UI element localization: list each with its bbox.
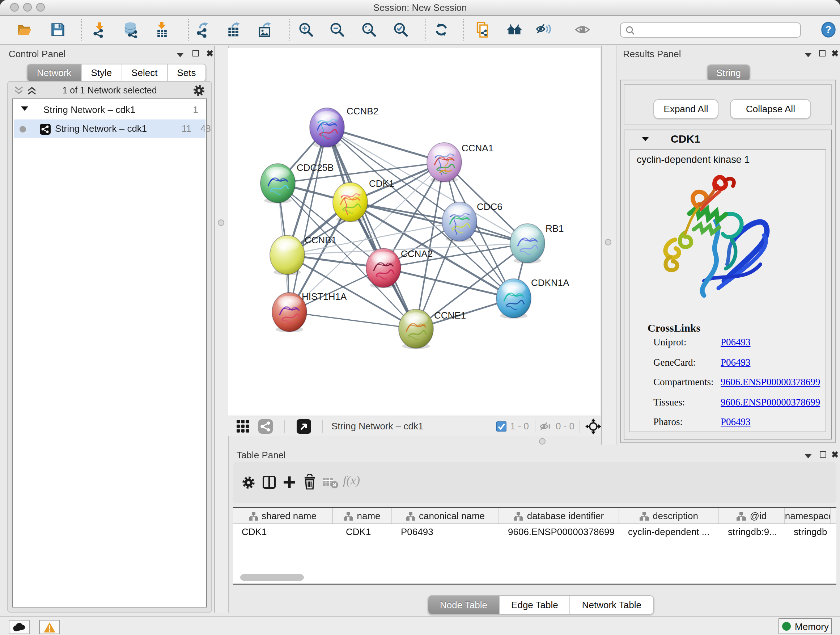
results-panel-tabs: String — [707, 65, 750, 81]
refresh-icon[interactable] — [433, 22, 449, 38]
control-panel-menu-icon[interactable] — [177, 53, 184, 57]
cloud-icon — [13, 622, 26, 632]
tab-network[interactable]: Network — [27, 65, 81, 81]
column-type-icon — [248, 511, 258, 520]
column-header-canonicalname[interactable]: canonical name — [392, 508, 499, 524]
save-session-icon[interactable] — [50, 22, 66, 38]
collapse-all-button[interactable]: Collapse All — [730, 99, 811, 119]
network-node-CCNE1[interactable]: CCNE1 — [399, 309, 466, 349]
network-type-icon[interactable] — [258, 419, 273, 434]
table-panel-float-icon[interactable] — [820, 451, 826, 458]
crosslink-label: Compartments: — [653, 377, 714, 387]
help-icon[interactable]: ? — [821, 22, 836, 38]
zoom-fit-icon[interactable] — [361, 22, 377, 38]
crosslink-label: GeneCard: — [653, 356, 696, 367]
table-panel: Table Panel ✖ f(x) shared namenamecanoni… — [228, 447, 840, 613]
clone-network-icon[interactable] — [475, 22, 491, 38]
network-node-CDC25B[interactable]: CDC25B — [261, 162, 334, 203]
results-panel-close-icon[interactable]: ✖ — [831, 50, 838, 57]
hidden-eye-icon[interactable] — [540, 421, 553, 432]
crosslink-value-link[interactable]: P06493 — [721, 416, 751, 428]
tab-style[interactable]: Style — [81, 65, 121, 81]
column-header-databaseidentifier[interactable]: database identifier — [499, 508, 619, 524]
results-panel-float-icon[interactable] — [819, 50, 826, 57]
crosslink-value-link[interactable]: P06493 — [721, 337, 751, 348]
table-row[interactable]: CDK1CDK1P064939606.ENSP00000378699cyclin… — [233, 524, 836, 540]
tab-network-table[interactable]: Network Table — [570, 596, 653, 614]
network-node-HIST1H1A[interactable]: HIST1H1A — [272, 291, 347, 333]
network-node-RB1[interactable]: RB1 — [510, 223, 564, 264]
crosslink-value-link[interactable]: 9606.ENSP00000378699 — [721, 396, 820, 408]
toolbar-separator — [425, 19, 426, 41]
import-database-icon[interactable] — [123, 22, 139, 38]
network-node-CDK1[interactable]: CDK1 — [333, 178, 394, 222]
function-builder-icon[interactable]: f(x) — [343, 473, 360, 488]
memory-status-dot — [782, 622, 790, 631]
table-panel-menu-icon[interactable] — [805, 454, 812, 458]
expand-all-button[interactable]: Expand All — [653, 99, 718, 119]
column-header-description[interactable]: description — [619, 508, 719, 524]
column-header-namespace[interactable]: namespace — [785, 508, 831, 524]
tab-sets[interactable]: Sets — [167, 65, 205, 81]
network-options-gear-icon[interactable] — [193, 84, 205, 97]
crosslink-value-link[interactable]: P06493 — [721, 356, 751, 368]
show-columns-icon[interactable] — [262, 475, 276, 489]
network-row-selected[interactable]: String Network – cdk1 11 48 — [14, 119, 205, 138]
zoom-out-icon[interactable] — [329, 22, 345, 38]
network-view-canvas[interactable]: CCNB2CCNA1CDC25BCDK1CDC6RB1CCNB1CCNA2CDK… — [228, 48, 600, 416]
import-network-icon[interactable] — [92, 22, 108, 38]
network-node-CCNB2[interactable]: CCNB2 — [309, 106, 378, 148]
network-node-CDKN1A[interactable]: CDKN1A — [496, 277, 569, 318]
column-header-sharedname[interactable]: shared name — [233, 508, 333, 524]
export-network-icon[interactable] — [195, 22, 210, 38]
network-node-CCNA2[interactable]: CCNA2 — [366, 249, 433, 288]
network-node-count: 11 — [182, 123, 191, 134]
horizontal-scrollbar-thumb[interactable] — [240, 574, 304, 581]
open-in-window-icon[interactable] — [297, 419, 311, 434]
open-session-icon[interactable] — [17, 22, 33, 38]
cdk1-disclosure-icon[interactable] — [642, 137, 649, 141]
column-header-name[interactable]: name — [333, 508, 392, 524]
zoom-in-icon[interactable] — [298, 22, 314, 38]
export-table-icon[interactable] — [226, 22, 242, 38]
crosslink-value-link[interactable]: 9606.ENSP00000378699 — [721, 377, 820, 388]
zoom-selected-icon[interactable] — [393, 22, 409, 38]
birdseye-grid-icon[interactable] — [237, 420, 250, 433]
collection-count: 1 — [193, 104, 198, 115]
add-column-icon[interactable] — [282, 475, 297, 489]
delete-column-icon[interactable] — [302, 474, 317, 489]
crosslink-row: Pharos:P06493 — [653, 416, 683, 428]
import-table-icon[interactable] — [154, 22, 170, 38]
collection-label: String Network – cdk1 — [43, 104, 135, 115]
network-edge-count: 48 — [201, 123, 211, 134]
results-panel-menu-icon[interactable] — [805, 53, 812, 57]
table-gear-icon[interactable] — [242, 476, 256, 489]
network-collection-row[interactable]: String Network – cdk1 1 — [14, 101, 205, 119]
network-node-CCNA1[interactable]: CCNA1 — [427, 143, 493, 182]
control-panel-float-icon[interactable] — [193, 50, 199, 57]
memory-button[interactable]: Memory — [778, 618, 832, 634]
tab-select[interactable]: Select — [121, 65, 167, 81]
cloud-status-button[interactable] — [9, 620, 30, 634]
tab-node-table[interactable]: Node Table — [428, 596, 499, 614]
warning-status-button[interactable] — [39, 620, 60, 634]
search-input[interactable] — [620, 22, 801, 38]
left-splitter[interactable] — [214, 46, 229, 613]
node-label: CCNE1 — [434, 310, 466, 321]
selected-checkbox-icon[interactable] — [496, 421, 507, 432]
hide-panel-icon[interactable] — [536, 22, 552, 38]
home-icon[interactable] — [507, 22, 523, 38]
results-panel-title: Results Panel — [623, 49, 681, 59]
export-image-icon[interactable] — [257, 22, 273, 38]
tab-edge-table[interactable]: Edge Table — [499, 596, 570, 614]
table-panel-close-icon[interactable]: ✖ — [831, 451, 838, 458]
control-panel-close-icon[interactable]: ✖ — [206, 50, 213, 57]
show-panel-icon[interactable] — [575, 22, 591, 38]
tab-string[interactable]: String — [707, 65, 750, 80]
column-header-id[interactable]: @id — [719, 508, 785, 524]
delete-table-icon[interactable] — [323, 477, 339, 489]
right-splitter[interactable] — [601, 46, 616, 445]
pan-crosshair-icon[interactable] — [585, 418, 601, 434]
node-label: RB1 — [546, 223, 564, 234]
collection-disclosure-icon[interactable] — [21, 106, 28, 111]
